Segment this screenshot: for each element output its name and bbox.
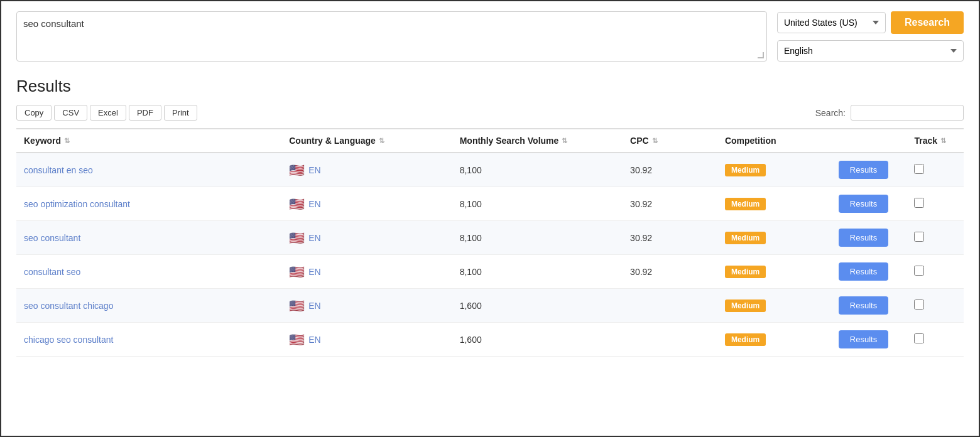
competition-badge: Medium bbox=[725, 299, 766, 312]
results-button[interactable]: Results bbox=[839, 161, 888, 179]
cell-track bbox=[906, 221, 964, 255]
cpc-sort-icon[interactable]: ⇅ bbox=[652, 137, 658, 145]
track-checkbox[interactable] bbox=[914, 266, 924, 276]
competition-badge: Medium bbox=[725, 333, 766, 346]
language-select[interactable]: English Spanish French German bbox=[777, 40, 964, 62]
competition-badge: Medium bbox=[725, 198, 766, 210]
table-search-input[interactable] bbox=[851, 105, 964, 121]
col-header-track: Track ⇅ bbox=[906, 129, 964, 153]
research-button[interactable]: Research bbox=[891, 11, 964, 34]
keyword-link[interactable]: seo consultant bbox=[24, 233, 80, 243]
cell-keyword: consultant en seo bbox=[16, 153, 281, 187]
cell-track bbox=[906, 187, 964, 221]
table-row: seo consultant 🇺🇸 EN 8,100 30.92 Medium … bbox=[16, 221, 964, 255]
track-sort-icon[interactable]: ⇅ bbox=[940, 137, 946, 145]
table-row: chicago seo consultant 🇺🇸 EN 1,600 Mediu… bbox=[16, 323, 964, 357]
cell-results-btn: Results bbox=[831, 221, 907, 255]
track-checkbox[interactable] bbox=[914, 232, 924, 242]
flag-icon: 🇺🇸 bbox=[289, 197, 305, 212]
cell-country: 🇺🇸 EN bbox=[281, 221, 452, 255]
top-section: seo consultant United States (US) United… bbox=[16, 11, 964, 62]
cell-competition: Medium bbox=[717, 255, 831, 289]
lang-code: EN bbox=[308, 233, 320, 243]
flag-icon: 🇺🇸 bbox=[289, 230, 305, 245]
cell-competition: Medium bbox=[717, 289, 831, 323]
keyword-link[interactable]: consultant en seo bbox=[24, 165, 93, 175]
keyword-link[interactable]: seo optimization consultant bbox=[24, 199, 130, 209]
table-row: seo optimization consultant 🇺🇸 EN 8,100 … bbox=[16, 187, 964, 221]
lang-code: EN bbox=[308, 165, 320, 175]
pdf-button[interactable]: PDF bbox=[129, 105, 161, 121]
cell-cpc: 30.92 bbox=[623, 221, 717, 255]
toolbar-row: Copy CSV Excel PDF Print Search: bbox=[16, 105, 964, 121]
cell-volume: 8,100 bbox=[452, 221, 623, 255]
cell-track bbox=[906, 153, 964, 187]
results-button[interactable]: Results bbox=[839, 262, 888, 281]
flag-icon: 🇺🇸 bbox=[289, 163, 305, 178]
cell-track bbox=[906, 289, 964, 323]
results-button[interactable]: Results bbox=[839, 296, 888, 315]
table-row: consultant seo 🇺🇸 EN 8,100 30.92 Medium … bbox=[16, 255, 964, 289]
volume-sort-icon[interactable]: ⇅ bbox=[562, 137, 567, 145]
results-button[interactable]: Results bbox=[839, 195, 888, 213]
table-header-row: Keyword ⇅ Country & Language ⇅ Monthly S… bbox=[16, 129, 964, 153]
competition-badge: Medium bbox=[725, 164, 766, 176]
search-label: Search: bbox=[815, 108, 846, 118]
cell-competition: Medium bbox=[717, 153, 831, 187]
cell-country: 🇺🇸 EN bbox=[281, 255, 452, 289]
track-checkbox[interactable] bbox=[914, 198, 924, 208]
export-buttons: Copy CSV Excel PDF Print bbox=[16, 105, 197, 121]
cell-keyword: chicago seo consultant bbox=[16, 323, 281, 357]
cell-cpc bbox=[623, 289, 717, 323]
country-select[interactable]: United States (US) United Kingdom (UK) C… bbox=[777, 12, 886, 33]
right-controls: United States (US) United Kingdom (UK) C… bbox=[777, 11, 964, 62]
track-checkbox[interactable] bbox=[914, 333, 924, 343]
lang-code: EN bbox=[308, 199, 320, 209]
keyword-link[interactable]: chicago seo consultant bbox=[24, 335, 113, 345]
print-button[interactable]: Print bbox=[164, 105, 197, 121]
keyword-sort-icon[interactable]: ⇅ bbox=[64, 137, 70, 145]
lang-code: EN bbox=[308, 267, 320, 277]
table-row: consultant en seo 🇺🇸 EN 8,100 30.92 Medi… bbox=[16, 153, 964, 187]
cell-country: 🇺🇸 EN bbox=[281, 289, 452, 323]
country-row: United States (US) United Kingdom (UK) C… bbox=[777, 11, 964, 34]
results-button[interactable]: Results bbox=[839, 330, 888, 348]
lang-code: EN bbox=[308, 335, 320, 345]
col-header-volume: Monthly Search Volume ⇅ bbox=[452, 129, 623, 153]
copy-button[interactable]: Copy bbox=[16, 105, 52, 121]
cell-keyword: seo consultant chicago bbox=[16, 289, 281, 323]
keyword-link[interactable]: seo consultant chicago bbox=[24, 301, 113, 311]
lang-code: EN bbox=[308, 301, 320, 311]
table-search-row: Search: bbox=[815, 105, 964, 121]
cell-results-btn: Results bbox=[831, 289, 907, 323]
cell-track bbox=[906, 323, 964, 357]
col-header-empty bbox=[831, 129, 907, 153]
cell-volume: 8,100 bbox=[452, 255, 623, 289]
col-header-keyword: Keyword ⇅ bbox=[16, 129, 281, 153]
cell-keyword: seo consultant bbox=[16, 221, 281, 255]
table-row: seo consultant chicago 🇺🇸 EN 1,600 Mediu… bbox=[16, 289, 964, 323]
cell-track bbox=[906, 255, 964, 289]
cell-cpc: 30.92 bbox=[623, 187, 717, 221]
cell-results-btn: Results bbox=[831, 255, 907, 289]
col-header-competition: Competition bbox=[717, 129, 831, 153]
excel-button[interactable]: Excel bbox=[90, 105, 126, 121]
search-textarea-container: seo consultant bbox=[16, 11, 767, 62]
track-checkbox[interactable] bbox=[914, 164, 924, 174]
cell-results-btn: Results bbox=[831, 153, 907, 187]
results-button[interactable]: Results bbox=[839, 229, 888, 247]
results-table: Keyword ⇅ Country & Language ⇅ Monthly S… bbox=[16, 128, 964, 357]
cell-results-btn: Results bbox=[831, 187, 907, 221]
track-checkbox[interactable] bbox=[914, 299, 924, 310]
country-sort-icon[interactable]: ⇅ bbox=[379, 137, 384, 145]
cell-country: 🇺🇸 EN bbox=[281, 323, 452, 357]
cell-country: 🇺🇸 EN bbox=[281, 153, 452, 187]
cell-cpc: 30.92 bbox=[623, 255, 717, 289]
csv-button[interactable]: CSV bbox=[54, 105, 87, 121]
cell-keyword: consultant seo bbox=[16, 255, 281, 289]
resize-handle bbox=[758, 52, 764, 58]
keyword-link[interactable]: consultant seo bbox=[24, 267, 80, 277]
search-textarea[interactable]: seo consultant bbox=[17, 12, 766, 57]
col-header-country: Country & Language ⇅ bbox=[281, 129, 452, 153]
competition-badge: Medium bbox=[725, 232, 766, 244]
